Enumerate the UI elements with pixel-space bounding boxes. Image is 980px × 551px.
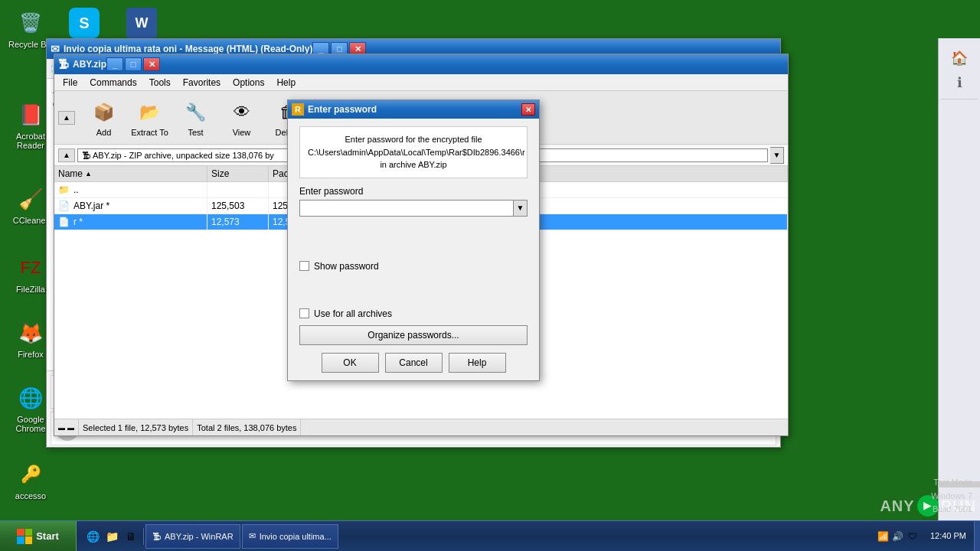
nav-up-button[interactable]: ▲ <box>58 111 75 125</box>
taskbar-item-winrar[interactable]: 🗜 ABY.zip - WinRAR <box>145 524 240 549</box>
password-input[interactable] <box>299 200 514 217</box>
tray-icon-volume: 🔊 <box>892 530 904 543</box>
show-desktop-button[interactable] <box>974 521 980 552</box>
view-button-label: View <box>233 128 251 137</box>
taskbar-tray: 📶 🔊 🛡 <box>874 530 923 543</box>
winrar-close-button[interactable]: ✕ <box>143 57 160 71</box>
ok-button[interactable]: OK <box>322 353 379 373</box>
organize-passwords-button[interactable]: Organize passwords... <box>299 325 528 345</box>
dialog-info-line2: C:\Users\admin\AppData\Local\Temp\Rar$DI… <box>308 146 519 159</box>
taskbar-item-icon: ✉ <box>249 531 256 541</box>
windows-version-text: Windows 7 <box>931 490 972 504</box>
winrar-minimize-button[interactable]: _ <box>106 57 123 71</box>
toolbar-extract-button[interactable]: 📂 Extract To <box>129 95 171 141</box>
file-name: .. <box>74 184 79 195</box>
panel-icon-home[interactable]: 🏠 <box>939 46 980 70</box>
cancel-label: Cancel <box>399 357 427 368</box>
toolbar-add-button[interactable]: 📦 Add <box>83 95 125 141</box>
password-dropdown-button[interactable]: ▼ <box>514 200 528 217</box>
path-dropdown-button[interactable]: ▼ <box>770 147 784 164</box>
dialog-titlebar: R Enter password ✕ <box>288 100 539 119</box>
path-zip-icon: 🗜 <box>82 151 90 160</box>
help-button[interactable]: Help <box>449 353 506 373</box>
ok-label: OK <box>343 357 356 368</box>
toolbar-view-button[interactable]: 👁 View <box>220 95 263 141</box>
menu-options[interactable]: Options <box>227 76 270 90</box>
show-password-row: Show password <box>299 261 528 272</box>
use-for-all-checkbox[interactable] <box>299 308 309 318</box>
col-header-size: Size <box>207 166 269 181</box>
winrar-window-controls: _ □ ✕ <box>106 57 160 71</box>
menu-file[interactable]: File <box>57 76 83 90</box>
winrar-restore-button[interactable]: □ <box>125 57 142 71</box>
menu-commands[interactable]: Commands <box>83 76 142 90</box>
file-icon: 📄 <box>58 201 70 211</box>
file-size-cell: 125,503 <box>207 198 269 214</box>
dialog-title-icon: R <box>292 103 304 116</box>
quick-launch: 🌐 📁 🖥 <box>80 528 144 545</box>
taskbar-clock[interactable]: 12:40 PM <box>923 530 974 542</box>
taskbar-item-icon: 🗜 <box>152 532 161 541</box>
file-name-cell: 📄 r * <box>54 214 207 230</box>
quicklaunch-folder[interactable]: 📁 <box>103 528 120 545</box>
menu-tools[interactable]: Tools <box>143 76 177 90</box>
menu-help[interactable]: Help <box>270 76 302 90</box>
logo-q4 <box>25 536 33 544</box>
clock-time: 12:40 PM <box>930 530 966 542</box>
dialog-body: Enter password for the encrypted file C:… <box>288 119 539 380</box>
taskbar-item-email[interactable]: ✉ Invio copia ultima... <box>242 524 338 549</box>
show-password-checkbox[interactable] <box>299 261 309 271</box>
menu-favorites[interactable]: Favorites <box>177 76 227 90</box>
file-size-cell <box>207 182 269 197</box>
file-name-cell: 📄 ABY.jar * <box>54 198 207 214</box>
right-panel: 🏠 ℹ <box>938 38 980 528</box>
dialog-close-button[interactable]: ✕ <box>521 103 535 116</box>
use-for-all-row: Use for all archives <box>299 308 528 319</box>
status-icon2: ▬ <box>67 424 74 432</box>
sort-asc-icon: ▲ <box>85 170 92 178</box>
quicklaunch-ie[interactable]: 🌐 <box>84 528 101 545</box>
start-label: Start <box>36 530 59 542</box>
password-field-label: Enter password <box>299 186 528 197</box>
file-size-cell: 12,573 <box>207 214 269 230</box>
organize-passwords-label: Organize passwords... <box>368 330 459 341</box>
test-button-label: Test <box>188 128 203 137</box>
folder-icon: 📁 <box>58 184 70 195</box>
dialog-spacer2 <box>299 278 528 308</box>
add-button-label: Add <box>96 128 112 137</box>
start-button[interactable]: Start <box>0 521 77 552</box>
desktop-icon-accesso[interactable]: 🔑 accesso <box>8 459 54 500</box>
show-password-label[interactable]: Show password <box>314 261 379 272</box>
toolbar-test-button[interactable]: 🔧 Test <box>175 95 217 141</box>
desktop-icon-label: accesso <box>8 491 54 500</box>
file-name-cell: 📁 .. <box>54 182 207 197</box>
help-label: Help <box>468 357 487 368</box>
panel-divider <box>941 99 978 99</box>
build-number-text: Build 7601 <box>931 503 972 517</box>
taskbar-item-label: ABY.zip - WinRAR <box>165 532 234 541</box>
quicklaunch-explorer[interactable]: 🖥 <box>122 528 139 545</box>
status-icon1: ▬ <box>58 424 65 432</box>
file-icon: 📄 <box>58 217 70 227</box>
test-mode-text: Test Mode <box>931 476 972 490</box>
winrar-menubar: File Commands Tools Favorites Options He… <box>54 74 788 91</box>
password-dialog: R Enter password ✕ Enter password for th… <box>287 99 540 381</box>
cancel-button[interactable]: Cancel <box>385 353 443 373</box>
build-info: Test Mode Windows 7 Build 7601 <box>931 476 980 517</box>
panel-icon-info[interactable]: ℹ <box>939 70 980 95</box>
logo-q1 <box>17 529 24 536</box>
winrar-icon: 🗜 <box>58 58 69 70</box>
status-icons: ▬ ▬ <box>54 419 79 435</box>
tray-icon-security: 🛡 <box>906 530 919 543</box>
file-name: r * <box>74 217 83 227</box>
test-icon: 🔧 <box>182 99 210 126</box>
dialog-info-line1: Enter password for the encrypted file <box>308 133 519 146</box>
add-icon: 📦 <box>90 99 118 126</box>
file-name: ABY.jar * <box>74 201 109 211</box>
extract-icon: 📂 <box>136 99 164 126</box>
dialog-info-box: Enter password for the encrypted file C:… <box>299 126 528 178</box>
winrar-title: ABY.zip <box>73 59 106 70</box>
email-window-title: Invio copia ultima rata oni - Message (H… <box>64 44 312 54</box>
desktop: 🗑️ Recycle Bin S Skype W Word 📕 Acrobat … <box>0 0 980 551</box>
use-for-all-label[interactable]: Use for all archives <box>314 308 392 319</box>
